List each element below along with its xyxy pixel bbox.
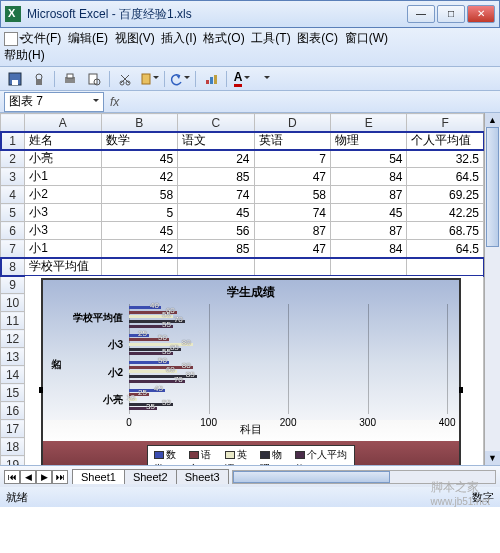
sheet-tab[interactable]: Sheet1 bbox=[72, 469, 125, 484]
row-header[interactable]: 3 bbox=[1, 168, 25, 186]
save-icon[interactable] bbox=[4, 69, 26, 89]
cut-icon[interactable] bbox=[114, 69, 136, 89]
cell[interactable]: 语文 bbox=[178, 132, 254, 150]
row-header[interactable]: 15 bbox=[1, 384, 25, 402]
row-header[interactable]: 8 bbox=[1, 258, 25, 276]
cell[interactable]: 小亮 bbox=[25, 150, 101, 168]
menu-help[interactable]: 帮助(H) bbox=[4, 47, 45, 64]
row-header[interactable]: 5 bbox=[1, 204, 25, 222]
row-header[interactable]: 18 bbox=[1, 438, 25, 456]
cell[interactable]: 68.75 bbox=[407, 222, 484, 240]
cell[interactable]: 84 bbox=[331, 168, 407, 186]
menu-edit[interactable]: 编辑(E) bbox=[68, 30, 108, 47]
cell[interactable]: 英语 bbox=[254, 132, 330, 150]
cell[interactable]: 学校平均值 bbox=[25, 258, 101, 276]
toolbar-overflow-icon[interactable] bbox=[255, 69, 277, 89]
cell[interactable]: 7 bbox=[254, 150, 330, 168]
col-header[interactable]: F bbox=[407, 114, 484, 132]
scroll-up-icon[interactable]: ▲ bbox=[485, 113, 500, 127]
row-header[interactable]: 1 bbox=[1, 132, 25, 150]
menu-format[interactable]: 格式(O) bbox=[203, 30, 244, 47]
sheet-tab[interactable]: Sheet3 bbox=[176, 469, 229, 484]
cell[interactable]: 58 bbox=[101, 186, 177, 204]
cell[interactable]: 42 bbox=[101, 240, 177, 258]
cell[interactable]: 45 bbox=[101, 222, 177, 240]
maximize-button[interactable]: □ bbox=[437, 5, 465, 23]
row-header[interactable]: 12 bbox=[1, 330, 25, 348]
cell[interactable]: 姓名 bbox=[25, 132, 101, 150]
cell[interactable]: 45 bbox=[178, 204, 254, 222]
horizontal-scrollbar[interactable] bbox=[232, 470, 496, 484]
col-header[interactable]: D bbox=[254, 114, 330, 132]
worksheet-grid[interactable]: A B C D E F 1 姓名 数学 语文 英语 物理 个人平均值 2 小亮 … bbox=[0, 113, 484, 465]
scroll-down-icon[interactable]: ▼ bbox=[485, 451, 500, 465]
cell[interactable]: 小2 bbox=[25, 186, 101, 204]
cell[interactable]: 小1 bbox=[25, 240, 101, 258]
cell[interactable]: 74 bbox=[178, 186, 254, 204]
cell[interactable]: 小1 bbox=[25, 168, 101, 186]
font-color-icon[interactable]: A bbox=[231, 69, 253, 89]
cell[interactable]: 74 bbox=[254, 204, 330, 222]
row-header[interactable]: 7 bbox=[1, 240, 25, 258]
tab-nav-next-icon[interactable]: ▶ bbox=[36, 470, 52, 484]
col-header[interactable]: B bbox=[101, 114, 177, 132]
cell[interactable]: 24 bbox=[178, 150, 254, 168]
cell[interactable] bbox=[331, 258, 407, 276]
menu-chart[interactable]: 图表(C) bbox=[297, 30, 338, 47]
undo-icon[interactable] bbox=[169, 69, 191, 89]
menu-insert[interactable]: 插入(I) bbox=[161, 30, 196, 47]
cell[interactable]: 42 bbox=[101, 168, 177, 186]
row-header[interactable]: 19 bbox=[1, 456, 25, 466]
cell[interactable]: 69.25 bbox=[407, 186, 484, 204]
col-header[interactable]: C bbox=[178, 114, 254, 132]
cell[interactable] bbox=[407, 258, 484, 276]
sheet-tab[interactable]: Sheet2 bbox=[124, 469, 177, 484]
scrollbar-thumb[interactable] bbox=[486, 127, 499, 247]
cell[interactable]: 87 bbox=[254, 222, 330, 240]
name-box[interactable]: 图表 7 bbox=[4, 92, 104, 112]
cell[interactable]: 32.5 bbox=[407, 150, 484, 168]
print-icon[interactable] bbox=[59, 69, 81, 89]
close-button[interactable]: ✕ bbox=[467, 5, 495, 23]
row-header[interactable]: 4 bbox=[1, 186, 25, 204]
menu-file[interactable]: 文件(F) bbox=[22, 30, 61, 47]
quick-access-icon[interactable] bbox=[4, 32, 18, 46]
cell[interactable]: 56 bbox=[178, 222, 254, 240]
row-header[interactable]: 11 bbox=[1, 312, 25, 330]
cell[interactable]: 数学 bbox=[101, 132, 177, 150]
preview-icon[interactable] bbox=[83, 69, 105, 89]
row-header[interactable]: 9 bbox=[1, 276, 25, 294]
row-header[interactable]: 16 bbox=[1, 402, 25, 420]
row-header[interactable]: 13 bbox=[1, 348, 25, 366]
col-header[interactable]: E bbox=[331, 114, 407, 132]
col-header[interactable]: A bbox=[25, 114, 101, 132]
cell[interactable]: 42.25 bbox=[407, 204, 484, 222]
row-header[interactable]: 2 bbox=[1, 150, 25, 168]
menu-view[interactable]: 视图(V) bbox=[115, 30, 155, 47]
minimize-button[interactable]: — bbox=[407, 5, 435, 23]
cell[interactable]: 87 bbox=[331, 222, 407, 240]
row-header[interactable]: 17 bbox=[1, 420, 25, 438]
tab-nav-prev-icon[interactable]: ◀ bbox=[20, 470, 36, 484]
vertical-scrollbar[interactable]: ▲ ▼ bbox=[484, 113, 500, 465]
cell[interactable]: 58 bbox=[254, 186, 330, 204]
tab-nav-last-icon[interactable]: ⏭ bbox=[52, 470, 68, 484]
cell[interactable]: 64.5 bbox=[407, 168, 484, 186]
row-header[interactable]: 14 bbox=[1, 366, 25, 384]
row-header[interactable]: 10 bbox=[1, 294, 25, 312]
cell[interactable]: 87 bbox=[331, 186, 407, 204]
cell[interactable]: 小3 bbox=[25, 222, 101, 240]
cell[interactable] bbox=[178, 258, 254, 276]
permission-icon[interactable] bbox=[28, 69, 50, 89]
cell-with-chart[interactable]: 学生成绩 知名 0100200300400学校平均值4060557055小325… bbox=[25, 276, 484, 466]
chart-wizard-icon[interactable] bbox=[200, 69, 222, 89]
cell[interactable] bbox=[254, 258, 330, 276]
cell[interactable]: 小3 bbox=[25, 204, 101, 222]
cell[interactable]: 45 bbox=[101, 150, 177, 168]
menu-window[interactable]: 窗口(W) bbox=[345, 30, 388, 47]
cell[interactable] bbox=[101, 258, 177, 276]
tab-nav-first-icon[interactable]: ⏮ bbox=[4, 470, 20, 484]
paste-icon[interactable] bbox=[138, 69, 160, 89]
embedded-chart[interactable]: 学生成绩 知名 0100200300400学校平均值4060557055小325… bbox=[41, 278, 461, 465]
cell[interactable]: 5 bbox=[101, 204, 177, 222]
